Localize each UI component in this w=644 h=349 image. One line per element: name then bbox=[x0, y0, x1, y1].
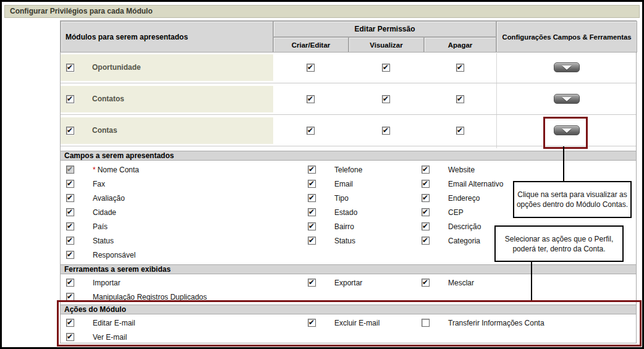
field-checkbox[interactable] bbox=[66, 166, 74, 174]
page-title: Configurar Privilégios para cada Módulo bbox=[5, 6, 639, 17]
module-row-contatos: Contatos bbox=[61, 86, 636, 117]
connector-line-actions-callout bbox=[531, 258, 532, 300]
section-titlebar: Configurar Privilégios para cada Módulo bbox=[4, 5, 640, 18]
field-label: Responsável bbox=[93, 251, 135, 259]
expand-module-button[interactable] bbox=[554, 62, 580, 72]
tool-label: Importar bbox=[93, 279, 121, 287]
field-label: Website bbox=[448, 166, 475, 174]
field-checkbox[interactable] bbox=[66, 237, 74, 245]
module-enabled-checkbox[interactable] bbox=[66, 127, 74, 135]
field-label: Fax bbox=[93, 180, 105, 188]
field-label: Endereço bbox=[448, 194, 480, 203]
field-label: País bbox=[93, 222, 108, 231]
tool-checkbox[interactable] bbox=[308, 279, 316, 287]
module-enabled-checkbox[interactable] bbox=[66, 95, 74, 103]
chevron-down-icon bbox=[562, 97, 572, 101]
field-checkbox[interactable] bbox=[66, 208, 74, 216]
row-divider bbox=[61, 83, 636, 83]
column-header-visualizar: Visualizar bbox=[349, 37, 424, 53]
field-checkbox[interactable] bbox=[66, 251, 74, 259]
tool-checkbox[interactable] bbox=[422, 279, 430, 287]
highlight-box-contas-arrow bbox=[543, 117, 588, 149]
tool-label: Mesclar bbox=[448, 279, 474, 287]
chevron-down-icon bbox=[562, 65, 572, 70]
field-label: Email Alternativo bbox=[448, 180, 503, 188]
field-checkbox[interactable] bbox=[66, 222, 74, 230]
apagar-checkbox[interactable] bbox=[456, 95, 464, 103]
field-label: CEP bbox=[448, 208, 464, 217]
field-label: Descrição bbox=[448, 222, 481, 231]
field-checkbox[interactable] bbox=[308, 194, 316, 202]
column-header-configuracoes: Configurações Campos & Ferramentas bbox=[496, 21, 637, 53]
field-label: Status bbox=[93, 237, 114, 245]
field-checkbox[interactable] bbox=[422, 180, 430, 188]
module-row-oportunidade: Oportunidade bbox=[61, 54, 636, 86]
field-checkbox[interactable] bbox=[308, 166, 316, 174]
module-enabled-checkbox[interactable] bbox=[66, 64, 74, 72]
field-checkbox[interactable] bbox=[308, 180, 316, 188]
field-row: *Nome Conta Telefone Website bbox=[61, 162, 636, 177]
row-divider bbox=[61, 114, 636, 115]
tool-checkbox[interactable] bbox=[66, 279, 74, 287]
column-header-apagar: Apagar bbox=[424, 37, 496, 53]
field-checkbox[interactable] bbox=[422, 237, 430, 245]
field-label: Estado bbox=[334, 208, 357, 217]
field-checkbox[interactable] bbox=[422, 166, 430, 174]
field-label: Telefone bbox=[334, 166, 362, 174]
apagar-checkbox[interactable] bbox=[456, 127, 464, 135]
callout-actions-tip: Selecionar as ações que o Perfil, poderá… bbox=[494, 225, 624, 262]
column-header-edit-permission: Editar Permissão bbox=[273, 21, 496, 37]
highlight-box-acoes-section bbox=[57, 300, 642, 347]
expand-module-button[interactable] bbox=[554, 94, 580, 104]
field-checkbox[interactable] bbox=[422, 208, 430, 216]
module-name: Contas bbox=[92, 126, 117, 135]
field-checkbox[interactable] bbox=[66, 180, 74, 188]
field-checkbox[interactable] bbox=[308, 222, 316, 230]
field-label: *Nome Conta bbox=[93, 166, 139, 174]
field-checkbox[interactable] bbox=[308, 237, 316, 245]
tool-label: Exportar bbox=[334, 279, 362, 287]
field-label: Categoria bbox=[448, 237, 480, 245]
apagar-checkbox[interactable] bbox=[456, 64, 464, 72]
tool-row: Importar Exportar Mesclar bbox=[61, 275, 636, 290]
callout-arrow-tip: Clique na serta para visualizar as opçõe… bbox=[513, 181, 632, 218]
field-label: Status bbox=[334, 237, 355, 245]
required-marker: * bbox=[93, 166, 96, 174]
field-label: Cidade bbox=[93, 208, 116, 217]
field-label: Tipo bbox=[334, 194, 349, 203]
section-header-campos: Campos a serem apresentados bbox=[61, 151, 636, 161]
criar-editar-checkbox[interactable] bbox=[307, 127, 315, 135]
column-header-criar-editar: Criar/Editar bbox=[273, 37, 349, 53]
field-label: Email bbox=[334, 180, 353, 188]
criar-editar-checkbox[interactable] bbox=[307, 95, 315, 103]
field-label: Bairro bbox=[334, 222, 354, 231]
section-header-ferramentas: Ferramentas a serem exibidas bbox=[61, 264, 636, 274]
field-label: Avaliação bbox=[93, 194, 125, 203]
field-checkbox[interactable] bbox=[308, 208, 316, 216]
visualizar-checkbox[interactable] bbox=[382, 95, 390, 103]
column-header-modules: Módulos para serem apresentados bbox=[61, 21, 273, 53]
criar-editar-checkbox[interactable] bbox=[307, 64, 315, 72]
module-name: Oportunidade bbox=[92, 63, 141, 72]
visualizar-checkbox[interactable] bbox=[382, 64, 390, 72]
field-checkbox[interactable] bbox=[422, 222, 430, 230]
connector-line-arrow-callout bbox=[563, 146, 564, 181]
field-checkbox[interactable] bbox=[66, 194, 74, 202]
field-checkbox[interactable] bbox=[422, 194, 430, 202]
module-name: Contatos bbox=[92, 95, 124, 103]
visualizar-checkbox[interactable] bbox=[382, 127, 390, 135]
